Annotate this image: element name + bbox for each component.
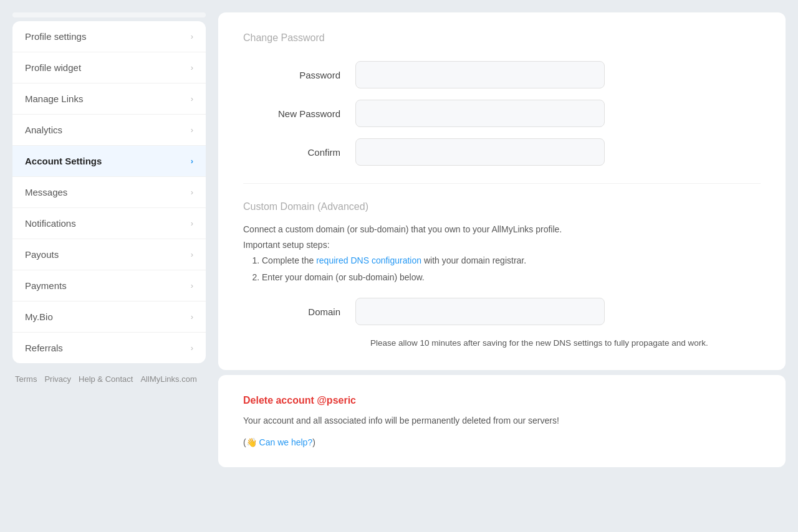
sidebar-item-label-referrals: Referrals — [25, 343, 63, 353]
sidebar-item-payments[interactable]: Payments› — [12, 270, 206, 302]
chevron-icon-payments: › — [191, 281, 193, 290]
chevron-icon-analytics: › — [191, 125, 193, 135]
chevron-icon-payouts: › — [191, 250, 193, 259]
domain-label: Domain — [243, 306, 355, 317]
delete-help-text-after: ) — [312, 437, 315, 447]
sidebar-item-manage-links[interactable]: Manage Links› — [12, 83, 206, 115]
change-password-title: Change Password — [243, 32, 761, 44]
chevron-icon-profile-widget: › — [191, 63, 193, 72]
delete-account-description: Your account and all associated info wil… — [243, 414, 761, 427]
sidebar-item-profile-settings[interactable]: Profile settings› — [12, 21, 206, 52]
chevron-icon-messages: › — [191, 188, 193, 197]
delete-help-text-before: (👋 — [243, 437, 259, 447]
sidebar-item-notifications[interactable]: Notifications› — [12, 208, 206, 239]
sidebar-item-label-notifications: Notifications — [25, 218, 76, 229]
password-form-row: Password — [243, 61, 761, 88]
chevron-icon-notifications: › — [191, 219, 193, 228]
chevron-icon-account-settings: › — [191, 156, 193, 166]
password-label: Password — [243, 70, 355, 80]
sidebar-item-label-analytics: Analytics — [25, 125, 62, 135]
sidebar-item-payouts[interactable]: Payouts› — [12, 239, 206, 270]
password-input[interactable] — [355, 61, 605, 88]
custom-domain-steps-intro: Important setup steps: — [243, 240, 761, 250]
sidebar-item-account-settings[interactable]: Account Settings› — [12, 146, 206, 177]
delete-account-card: Delete account @pseric Your account and … — [218, 375, 786, 467]
sidebar-item-label-my-bio: My.Bio — [25, 311, 53, 322]
confirm-form-row: Confirm — [243, 138, 761, 166]
chevron-icon-my-bio: › — [191, 312, 193, 321]
sidebar-item-label-payments: Payments — [25, 280, 67, 291]
domain-step-1: Complete the required DNS configuration … — [262, 254, 761, 267]
confirm-input[interactable] — [355, 138, 605, 166]
chevron-icon-referrals: › — [191, 343, 193, 353]
sidebar-item-label-manage-links: Manage Links — [25, 93, 83, 104]
domain-step-2: Enter your domain (or sub-domain) below. — [262, 270, 761, 284]
delete-account-help: (👋 Can we help?) — [243, 437, 761, 447]
sidebar-item-referrals[interactable]: Referrals› — [12, 333, 206, 363]
chevron-icon-manage-links: › — [191, 94, 193, 103]
footer-link-allMyLinks[interactable]: AllMyLinks.com — [140, 374, 196, 384]
new-password-input[interactable] — [355, 100, 605, 127]
footer-link-help-contact[interactable]: Help & Contact — [79, 374, 133, 384]
dns-config-link[interactable]: required DNS configuration — [316, 255, 421, 265]
chevron-icon-profile-settings: › — [191, 32, 193, 41]
delete-account-title: Delete account @pseric — [243, 395, 761, 406]
can-we-help-link[interactable]: Can we help? — [259, 437, 313, 447]
sidebar-top-spacer — [12, 12, 206, 17]
sidebar-item-analytics[interactable]: Analytics› — [12, 115, 206, 146]
sidebar-item-label-profile-widget: Profile widget — [25, 62, 81, 73]
sidebar-item-label-messages: Messages — [25, 187, 67, 197]
custom-domain-steps-list: Complete the required DNS configuration … — [243, 254, 761, 284]
domain-input[interactable] — [355, 298, 605, 325]
sidebar-item-label-profile-settings: Profile settings — [25, 31, 86, 42]
sidebar: Profile settings›Profile widget›Manage L… — [12, 12, 206, 467]
sidebar-item-label-account-settings: Account Settings — [25, 156, 102, 166]
domain-note: Please allow 10 minutes after saving for… — [370, 336, 761, 350]
sidebar-item-my-bio[interactable]: My.Bio› — [12, 302, 206, 333]
custom-domain-description: Connect a custom domain (or sub-domain) … — [243, 222, 761, 236]
main-content: Change Password PasswordNew PasswordConf… — [218, 12, 786, 467]
sidebar-footer: TermsPrivacyHelp & ContactAllMyLinks.com — [12, 363, 206, 384]
sidebar-item-messages[interactable]: Messages› — [12, 177, 206, 208]
change-password-card: Change Password PasswordNew PasswordConf… — [218, 12, 786, 370]
new-password-form-row: New Password — [243, 100, 761, 127]
custom-domain-title: Custom Domain (Advanced) — [243, 201, 761, 212]
footer-link-privacy[interactable]: Privacy — [44, 374, 71, 384]
confirm-label: Confirm — [243, 147, 355, 158]
sidebar-item-label-payouts: Payouts — [25, 249, 59, 260]
new-password-label: New Password — [243, 108, 355, 119]
domain-form-row: Domain — [243, 298, 761, 325]
sidebar-nav: Profile settings›Profile widget›Manage L… — [12, 21, 206, 363]
sidebar-item-profile-widget[interactable]: Profile widget› — [12, 52, 206, 83]
section-divider — [243, 183, 761, 184]
footer-link-terms[interactable]: Terms — [15, 374, 37, 384]
